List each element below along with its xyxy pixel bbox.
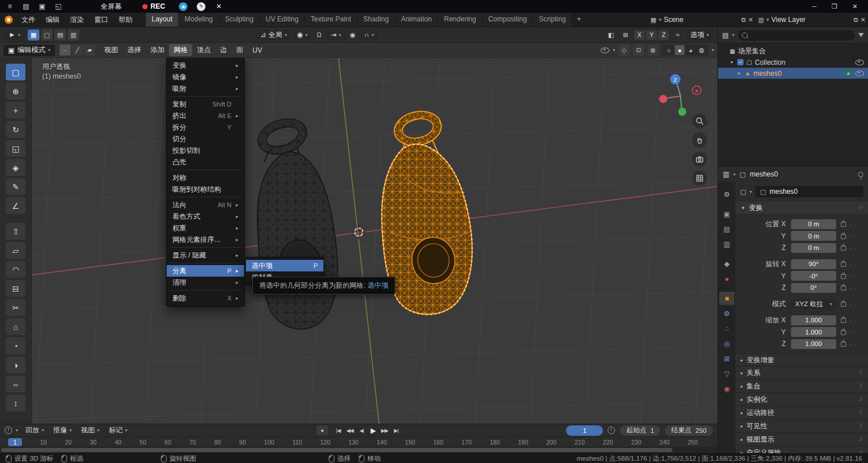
transform-tool[interactable]: ◈ bbox=[6, 159, 25, 176]
menu-item-knife-project[interactable]: 投影切割 bbox=[167, 145, 244, 156]
viewport-menu-edge[interactable]: 边 bbox=[215, 45, 231, 55]
rendered-shading-icon[interactable]: ◍ bbox=[697, 45, 707, 55]
display-icon[interactable]: ▤ bbox=[21, 2, 31, 10]
pivot-point-dropdown[interactable]: ◉ ▾ bbox=[293, 30, 312, 41]
outliner-search-input[interactable] bbox=[738, 30, 855, 41]
close-button[interactable]: ✕ bbox=[852, 3, 858, 10]
prev-frame-button[interactable]: ◀ bbox=[356, 425, 366, 435]
scale-y-field[interactable]: 1.000 bbox=[791, 327, 836, 337]
keyframe-dot-icon[interactable]: · bbox=[849, 260, 852, 269]
delete-view-layer-icon[interactable]: ✕ bbox=[860, 16, 866, 24]
annotate-button[interactable]: ✎ bbox=[197, 2, 205, 11]
timeline-menu-view[interactable]: 视图▾ bbox=[77, 425, 104, 435]
pan-hand-button[interactable] bbox=[692, 133, 707, 148]
snap-magnet-icon[interactable]: Ω bbox=[313, 30, 325, 41]
mode-dropdown[interactable]: ▣ 编辑模式 ▾ bbox=[3, 45, 55, 56]
location-y-field[interactable]: 0 m bbox=[791, 231, 836, 241]
face-select-button[interactable]: ▰ bbox=[84, 45, 95, 56]
jump-to-start-button[interactable]: |◀ bbox=[333, 425, 343, 435]
menu-file[interactable]: 文件 bbox=[16, 15, 41, 25]
workspace-tab-scripting[interactable]: Scripting bbox=[533, 12, 572, 27]
menu-item-split[interactable]: 拆分Y bbox=[167, 122, 244, 133]
scrollbar-thumb[interactable] bbox=[1, 448, 672, 452]
measure-tool[interactable]: ∠ bbox=[6, 197, 25, 214]
menu-item-transform[interactable]: 变换▸ bbox=[167, 60, 244, 71]
mirror-axis-z[interactable]: Z bbox=[659, 30, 669, 40]
overlays-icon[interactable]: ⊡ bbox=[633, 45, 644, 56]
scale-x-field[interactable]: 1.000 bbox=[791, 315, 836, 325]
menu-item-weights[interactable]: 权重▸ bbox=[167, 222, 244, 234]
scene-selector[interactable]: ▦ ▾ Scene ⧉ ✕ bbox=[648, 14, 756, 25]
properties-tab-view-layer[interactable]: ▥ bbox=[719, 237, 734, 251]
properties-tab-object[interactable]: ■ bbox=[719, 292, 734, 305]
menu-item-clean-up[interactable]: 清理▸ bbox=[167, 277, 244, 288]
keyframe-dot-icon[interactable]: · bbox=[849, 328, 852, 336]
outliner-editor-icon[interactable]: ▤ bbox=[722, 31, 729, 39]
menu-item-shading[interactable]: 着色方式▸ bbox=[167, 211, 244, 222]
lock-icon[interactable] bbox=[841, 342, 846, 347]
gizmo-y-axis[interactable] bbox=[678, 108, 686, 116]
viewport-menu-select[interactable]: 选择 bbox=[123, 45, 146, 55]
visibility-eye-icon[interactable] bbox=[855, 60, 864, 65]
capture-icon[interactable]: ▣ bbox=[37, 2, 47, 10]
select-subtract-button[interactable]: ▤ bbox=[54, 30, 66, 41]
bevel-tool[interactable]: ◠ bbox=[6, 261, 25, 278]
properties-tab-scene[interactable]: ◆ bbox=[719, 257, 734, 270]
outliner-row-collection[interactable]: ▾✓▢Collection bbox=[718, 57, 868, 68]
section-motion-paths[interactable]: ▸运动路径⠿ bbox=[735, 406, 868, 419]
active-tool-dropdown[interactable]: ► ▾ bbox=[5, 30, 24, 41]
proportional-editing-icon[interactable]: ◉ bbox=[347, 30, 359, 41]
section-custom-properties[interactable]: ▸自定义属性⠿ bbox=[735, 446, 868, 453]
current-frame-field[interactable]: 1 bbox=[566, 425, 603, 436]
scale-tool[interactable]: ◱ bbox=[6, 140, 25, 157]
collection-checkbox[interactable]: ✓ bbox=[737, 59, 744, 65]
viewport-menu-view[interactable]: 视图 bbox=[100, 45, 123, 55]
menu-help[interactable]: 帮助 bbox=[113, 15, 138, 25]
menu-item-convex-hull[interactable]: 凸壳 bbox=[167, 156, 244, 168]
timeline-menu-keying[interactable]: 抠像▾ bbox=[49, 425, 76, 435]
properties-tab-constraints[interactable]: ⊞ bbox=[719, 352, 734, 365]
app-layout-icon[interactable]: ≡ bbox=[5, 2, 15, 10]
keyframe-dot-icon[interactable]: · bbox=[849, 316, 852, 325]
solid-shading-icon[interactable]: ● bbox=[675, 45, 685, 55]
vertex-select-button[interactable]: ∙ bbox=[60, 45, 71, 56]
start-frame-field[interactable]: 起始点 1 bbox=[620, 425, 660, 436]
section-relations[interactable]: ▸关系⠿ bbox=[735, 366, 868, 379]
keyframe-dot-icon[interactable]: · bbox=[849, 300, 852, 308]
rotation-y-field[interactable]: -0° bbox=[791, 271, 836, 281]
select-intersect-button[interactable]: ▥ bbox=[68, 30, 79, 41]
minimize-button[interactable]: ─ bbox=[812, 3, 816, 10]
spin-tool[interactable]: ◔ bbox=[6, 337, 25, 354]
menu-item-mirror[interactable]: 镜像▸ bbox=[167, 71, 244, 83]
select-extend-button[interactable]: ▢ bbox=[41, 30, 53, 41]
workspace-tab-sculpting[interactable]: Sculpting bbox=[219, 12, 260, 27]
viewport-3d[interactable]: 用户透视 (1) meshes0 Z X bbox=[32, 58, 718, 424]
new-scene-icon[interactable]: ⧉ bbox=[741, 16, 746, 24]
cursor-tool[interactable]: ⊕ bbox=[6, 83, 25, 100]
viewport-menu-uv[interactable]: UV bbox=[248, 46, 267, 54]
prev-keyframe-button[interactable]: ◀◀ bbox=[345, 425, 355, 435]
workspace-tab-rendering[interactable]: Rendering bbox=[438, 12, 482, 27]
delta-transform-subpanel[interactable]: ▸ 变换增量 bbox=[735, 354, 868, 366]
lock-icon[interactable] bbox=[841, 234, 846, 239]
pin-icon[interactable] bbox=[858, 172, 863, 177]
maximize-button[interactable]: ❒ bbox=[832, 3, 837, 10]
mirror-icon[interactable]: ◧ bbox=[605, 30, 617, 41]
zoom-button[interactable] bbox=[692, 113, 707, 128]
section-viewport-display[interactable]: ▸视图显示⠿ bbox=[735, 432, 868, 446]
workspace-tab-texture-paint[interactable]: Texture Paint bbox=[305, 12, 358, 27]
menu-item-bisect[interactable]: 切分 bbox=[167, 133, 244, 145]
lock-icon[interactable] bbox=[841, 222, 846, 227]
edge-slide-tool[interactable]: ⇔ bbox=[6, 376, 25, 392]
poly-build-tool[interactable]: ⌂ bbox=[6, 318, 25, 335]
options-dropdown[interactable]: 选项 ▾ bbox=[686, 30, 713, 41]
viewport-menu-add[interactable]: 添加 bbox=[146, 45, 169, 55]
viewport-menu-mesh[interactable]: 网格 bbox=[169, 44, 192, 56]
knife-tool[interactable]: ✂ bbox=[6, 299, 25, 316]
visibility-eye-icon[interactable] bbox=[855, 71, 864, 76]
snap-options-icon[interactable]: ≈ bbox=[672, 30, 683, 41]
viewport-canvas[interactable] bbox=[32, 58, 718, 424]
location-z-field[interactable]: 0 m bbox=[791, 243, 836, 253]
recorder-close-button[interactable]: ✕ bbox=[216, 2, 222, 10]
lock-icon[interactable] bbox=[841, 246, 846, 251]
